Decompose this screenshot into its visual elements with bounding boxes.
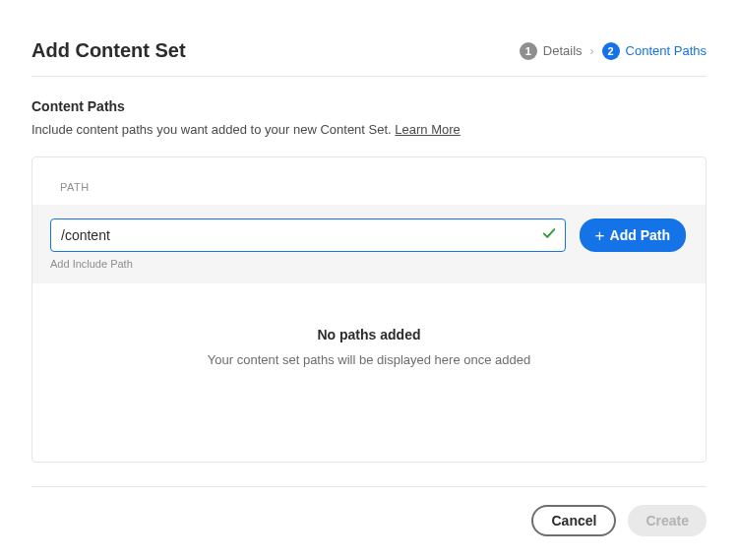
path-input-row: Add Include Path + Add Path — [32, 205, 706, 283]
path-helper-text: Add Include Path — [50, 258, 566, 270]
wizard-badge-1: 1 — [520, 42, 537, 60]
path-input-wrap: Add Include Path — [50, 218, 566, 270]
section-description: Include content paths you want added to … — [31, 122, 707, 137]
wizard-steps: 1 Details › 2 Content Paths — [520, 42, 707, 60]
page-title: Add Content Set — [31, 39, 186, 62]
table-header: PATH — [32, 157, 706, 205]
check-icon — [542, 226, 556, 244]
wizard-label-details: Details — [543, 43, 583, 58]
plus-icon: + — [595, 227, 605, 244]
dialog-header: Add Content Set 1 Details › 2 Content Pa… — [31, 39, 707, 77]
empty-state-description: Your content set paths will be displayed… — [32, 352, 706, 367]
add-path-button[interactable]: + Add Path — [580, 218, 686, 252]
wizard-badge-2: 2 — [602, 42, 620, 60]
wizard-step-details[interactable]: 1 Details — [520, 42, 583, 60]
create-button[interactable]: Create — [628, 505, 707, 536]
column-header-path: PATH — [60, 181, 90, 193]
wizard-step-content-paths[interactable]: 2 Content Paths — [602, 42, 707, 60]
chevron-right-icon: › — [590, 44, 594, 58]
add-path-label: Add Path — [610, 227, 670, 243]
content-paths-card: PATH Add Include Path + Add Path No path… — [31, 156, 707, 463]
path-input[interactable] — [50, 218, 566, 252]
wizard-label-content-paths: Content Paths — [626, 43, 707, 58]
section-description-text: Include content paths you want added to … — [31, 122, 395, 137]
empty-state-title: No paths added — [32, 327, 706, 342]
dialog-footer: Cancel Create — [31, 486, 707, 536]
empty-state: No paths added Your content set paths wi… — [32, 327, 706, 367]
section-title: Content Paths — [31, 98, 707, 114]
learn-more-link[interactable]: Learn More — [395, 122, 460, 137]
cancel-button[interactable]: Cancel — [531, 505, 616, 536]
